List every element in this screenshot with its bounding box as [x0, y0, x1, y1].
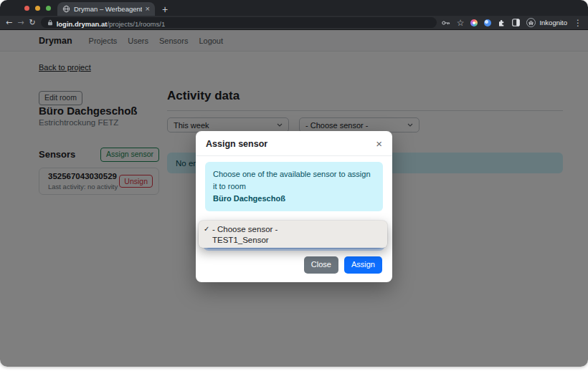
assign-sensor-modal: Assign sensor × Choose one of the availa…: [196, 131, 392, 282]
dropdown-option-label: TEST1_Sensor: [212, 236, 269, 244]
tab-title: Dryman – Werbeagentur FETZ: [74, 5, 142, 13]
modal-close-button[interactable]: Close: [304, 256, 338, 273]
browser-tab[interactable]: Dryman – Werbeagentur FETZ ×: [57, 2, 155, 16]
modal-info-alert: Choose one of the available sensor to as…: [205, 162, 383, 211]
browser-menu-icon[interactable]: ⋮: [574, 19, 582, 27]
reload-button[interactable]: ↻: [29, 19, 35, 26]
check-icon: ✓: [204, 225, 212, 233]
forward-button[interactable]: →: [17, 19, 24, 26]
modal-info-room-name: Büro Dachgeschoß: [213, 193, 375, 205]
tab-favicon-globe-icon: [62, 5, 70, 13]
tab-strip: Dryman – Werbeagentur FETZ × +: [0, 0, 588, 16]
toolbar-icons: ☆ Inkognito ⋮: [442, 18, 582, 27]
address-bar[interactable]: login.dryman.at/projects/1/rooms/1: [41, 17, 437, 28]
modal-info-text: Choose one of the available sensor to as…: [213, 170, 371, 191]
minimize-window-button[interactable]: [35, 6, 40, 11]
extension-puzzle-icon[interactable]: [498, 19, 506, 26]
browser-window: Dryman – Werbeagentur FETZ × + ← → ↻ log…: [0, 0, 588, 367]
incognito-label: Inkognito: [539, 19, 567, 26]
modal-assign-button[interactable]: Assign: [344, 256, 382, 273]
extension-icon-colorful[interactable]: [470, 19, 478, 26]
url-path: /projects/1/rooms/1: [107, 20, 165, 28]
traffic-lights: [0, 0, 57, 16]
page-viewport: Dryman Projects Users Sensors Logout Bac…: [0, 30, 588, 367]
bookmark-star-icon[interactable]: ☆: [457, 19, 465, 27]
incognito-badge: Inkognito: [526, 18, 567, 27]
incognito-spy-icon: [526, 18, 536, 27]
dropdown-option-choose-sensor[interactable]: ✓ - Choose sensor -: [199, 223, 387, 234]
side-panel-icon[interactable]: [512, 19, 520, 26]
browser-toolbar: ← → ↻ login.dryman.at/projects/1/rooms/1…: [0, 16, 588, 30]
tab-close-icon[interactable]: ×: [146, 5, 150, 13]
back-button[interactable]: ←: [6, 19, 12, 26]
modal-header: Assign sensor ×: [196, 131, 392, 156]
extension-icon-blue-globe[interactable]: [484, 19, 491, 26]
close-window-button[interactable]: [24, 6, 29, 11]
new-tab-button[interactable]: +: [162, 4, 168, 14]
password-key-icon[interactable]: [442, 20, 450, 26]
zoom-window-button[interactable]: [46, 6, 51, 11]
dropdown-option-test1-sensor[interactable]: TEST1_Sensor: [199, 234, 387, 245]
dropdown-option-label: - Choose sensor -: [212, 225, 278, 233]
modal-title: Assign sensor: [206, 139, 267, 149]
url-host: login.dryman.at: [57, 20, 108, 28]
sensor-dropdown-menu: ✓ - Choose sensor - TEST1_Sensor: [199, 221, 387, 248]
lock-icon: [47, 19, 53, 26]
modal-footer: Close Assign: [196, 249, 392, 281]
modal-close-icon[interactable]: ×: [376, 138, 382, 149]
